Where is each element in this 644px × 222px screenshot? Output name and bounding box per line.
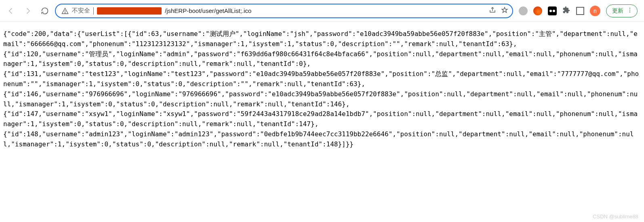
redacted-host (97, 7, 162, 15)
address-bar[interactable]: 不安全 /jshERP-boot/user/getAllList;.ico (55, 4, 513, 18)
bookmark-star-icon[interactable] (501, 6, 508, 15)
watermark: CSDN @sublime88 (593, 214, 638, 220)
browser-toolbar: 不安全 /jshERP-boot/user/getAllList;.ico n … (0, 0, 644, 22)
svg-point-1 (629, 8, 630, 8)
reload-button[interactable] (38, 4, 52, 18)
update-button[interactable]: 更新 (606, 4, 638, 17)
url-path: /jshERP-boot/user/getAllList;.ico (165, 7, 486, 14)
menu-dots-icon (627, 7, 633, 15)
update-label: 更新 (612, 7, 623, 15)
extension-icon-2[interactable] (533, 6, 542, 15)
share-icon[interactable] (489, 6, 496, 15)
forward-button[interactable] (21, 4, 35, 18)
profile-avatar[interactable]: n (590, 6, 600, 16)
not-secure-icon (61, 7, 69, 15)
svg-point-0 (65, 12, 65, 13)
extension-icon-3[interactable] (548, 6, 557, 15)
extensions-area: n 更新 (516, 4, 640, 17)
side-panel-icon[interactable] (576, 7, 584, 15)
not-secure-label: 不安全 (72, 7, 90, 15)
address-separator (93, 7, 94, 15)
json-response-text: {"code":200,"data":{"userList":[{"id":63… (3, 29, 641, 150)
extension-icon-1[interactable] (519, 6, 528, 15)
extensions-puzzle-icon[interactable] (562, 6, 570, 16)
page-content: {"code":200,"data":{"userList":[{"id":63… (0, 22, 644, 157)
svg-point-3 (629, 12, 630, 13)
address-bar-actions (489, 6, 508, 15)
svg-point-2 (629, 10, 630, 11)
back-button[interactable] (4, 4, 18, 18)
